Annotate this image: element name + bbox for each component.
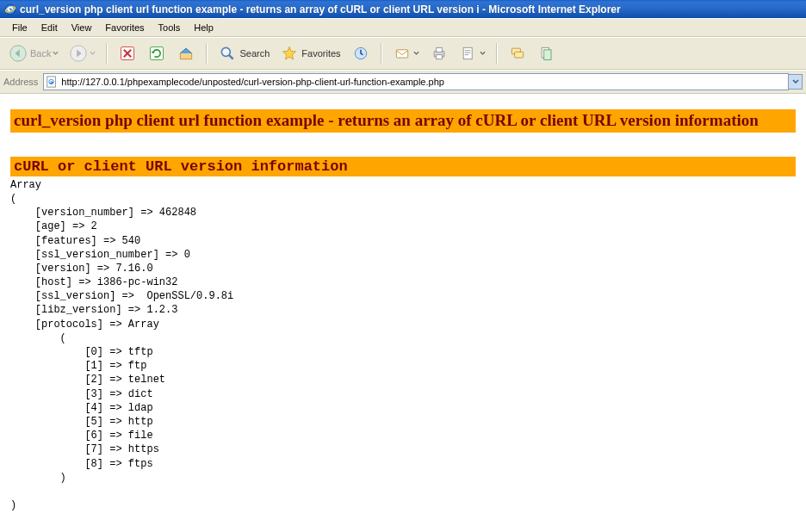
menu-file[interactable]: File (5, 21, 34, 34)
svg-rect-11 (436, 47, 442, 52)
svg-rect-13 (463, 47, 472, 59)
forward-button[interactable] (65, 42, 99, 65)
array-dump: Array ( [version_number] => 462848 [age]… (10, 178, 796, 513)
chevron-down-icon (480, 49, 486, 58)
menu-bar: File Edit View Favorites Tools Help (0, 18, 806, 37)
toolbar: Back Search Favorites (0, 37, 806, 70)
search-button[interactable]: Search (214, 42, 273, 65)
research-icon (537, 44, 556, 63)
menu-view[interactable]: View (65, 21, 99, 34)
back-button[interactable]: Back (5, 42, 62, 65)
chevron-down-icon (413, 49, 419, 58)
address-url: http://127.0.0.1/phpexamplecode/unposted… (61, 77, 786, 87)
favorites-button[interactable]: Favorites (276, 42, 344, 65)
back-icon (9, 44, 28, 63)
history-icon (351, 44, 370, 63)
search-icon (218, 44, 237, 63)
mail-button[interactable] (389, 42, 423, 65)
svg-rect-17 (543, 50, 550, 60)
edit-button[interactable] (456, 42, 489, 65)
page-content: curl_version php client url function exa… (0, 94, 806, 532)
stop-button[interactable] (115, 42, 140, 65)
home-button[interactable] (173, 42, 199, 65)
window-title: curl_version php client url function exa… (20, 3, 621, 15)
chevron-down-icon (792, 78, 799, 85)
menu-tools[interactable]: Tools (152, 21, 188, 34)
chevron-down-icon (90, 49, 96, 58)
address-bar: Address http://127.0.0.1/phpexamplecode/… (0, 70, 806, 94)
discuss-icon (508, 44, 527, 63)
history-button[interactable] (348, 42, 374, 65)
svg-rect-9 (396, 50, 407, 58)
home-icon (177, 44, 195, 63)
research-button[interactable] (534, 42, 560, 65)
window-title-bar: curl_version php client url function exa… (0, 0, 806, 18)
toolbar-separator (106, 43, 108, 64)
address-dropdown[interactable] (789, 74, 803, 90)
menu-edit[interactable]: Edit (34, 21, 65, 34)
print-icon (430, 44, 449, 63)
refresh-button[interactable] (144, 42, 170, 65)
svg-rect-15 (514, 52, 523, 58)
menu-favorites[interactable]: Favorites (98, 21, 151, 34)
chevron-down-icon (53, 49, 59, 58)
print-button[interactable] (426, 42, 452, 65)
ie-page-icon (46, 76, 58, 88)
edit-icon (459, 44, 478, 63)
toolbar-separator (206, 43, 208, 64)
page-heading-1: curl_version php client url function exa… (10, 109, 796, 133)
address-label: Address (3, 77, 38, 87)
forward-icon (69, 44, 88, 63)
discuss-button[interactable] (505, 42, 530, 65)
page-heading-2: cURL or client URL version information (10, 157, 796, 176)
back-label: Back (30, 48, 51, 59)
svg-rect-12 (436, 55, 442, 59)
svg-line-7 (229, 55, 233, 59)
mail-icon (393, 44, 412, 63)
star-icon (280, 44, 299, 63)
ie-icon (4, 3, 16, 15)
search-label: Search (239, 48, 270, 59)
stop-icon (118, 44, 137, 63)
refresh-icon (147, 44, 166, 63)
menu-help[interactable]: Help (187, 21, 220, 34)
favorites-label: Favorites (301, 48, 340, 59)
address-input[interactable]: http://127.0.0.1/phpexamplecode/unposted… (43, 73, 789, 90)
toolbar-separator (496, 43, 498, 64)
toolbar-separator (381, 43, 382, 64)
svg-rect-5 (151, 47, 164, 60)
